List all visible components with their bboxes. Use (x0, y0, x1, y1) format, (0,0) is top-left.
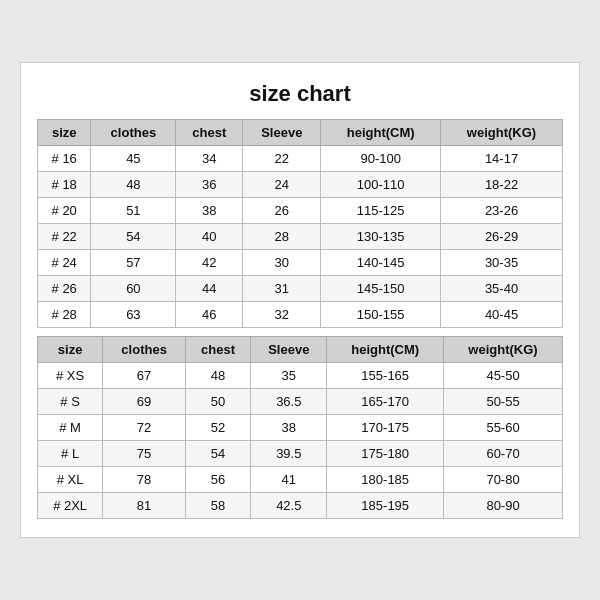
table-cell: 24 (243, 172, 321, 198)
table-cell: 140-145 (321, 250, 441, 276)
table-cell: 42 (176, 250, 243, 276)
table-cell: # 26 (38, 276, 91, 302)
table-row: # S695036.5165-17050-55 (38, 389, 563, 415)
table-cell: 34 (176, 146, 243, 172)
table1-header: sizeclotheschestSleeveheight(CM)weight(K… (38, 120, 563, 146)
table-cell: 115-125 (321, 198, 441, 224)
col-header: height(CM) (327, 337, 444, 363)
col-header: height(CM) (321, 120, 441, 146)
table-cell: 46 (176, 302, 243, 328)
table-cell: 57 (91, 250, 176, 276)
table-cell: 42.5 (251, 493, 327, 519)
table-cell: 67 (103, 363, 186, 389)
col-header: chest (176, 120, 243, 146)
table2-header: sizeclotheschestSleeveheight(CM)weight(K… (38, 337, 563, 363)
table-cell: 38 (251, 415, 327, 441)
table-cell: # 20 (38, 198, 91, 224)
table-cell: 31 (243, 276, 321, 302)
table-cell: # XS (38, 363, 103, 389)
table-cell: 44 (176, 276, 243, 302)
col-header: Sleeve (251, 337, 327, 363)
size-table-1: sizeclotheschestSleeveheight(CM)weight(K… (37, 119, 563, 328)
table-cell: # XL (38, 467, 103, 493)
table-row: # 22544028130-13526-29 (38, 224, 563, 250)
table-row: # 28634632150-15540-45 (38, 302, 563, 328)
table-cell: 56 (185, 467, 250, 493)
table-cell: 35-40 (441, 276, 563, 302)
gap-table: sizeclotheschestSleeveheight(CM)weight(K… (37, 336, 563, 519)
col-header: size (38, 337, 103, 363)
chart-title: size chart (37, 81, 563, 107)
table1-header-row: sizeclotheschestSleeveheight(CM)weight(K… (38, 120, 563, 146)
col-header: size (38, 120, 91, 146)
table-cell: 45 (91, 146, 176, 172)
table-cell: # 18 (38, 172, 91, 198)
col-header: clothes (103, 337, 186, 363)
table-cell: # L (38, 441, 103, 467)
table-cell: 18-22 (441, 172, 563, 198)
table-cell: 48 (185, 363, 250, 389)
table-cell: 35 (251, 363, 327, 389)
table-cell: 39.5 (251, 441, 327, 467)
table-cell: 130-135 (321, 224, 441, 250)
table-cell: # 24 (38, 250, 91, 276)
table-cell: 80-90 (444, 493, 563, 519)
table-cell: 55-60 (444, 415, 563, 441)
table-cell: 155-165 (327, 363, 444, 389)
table-cell: 70-80 (444, 467, 563, 493)
table-cell: 52 (185, 415, 250, 441)
table-cell: 180-185 (327, 467, 444, 493)
table-cell: 26 (243, 198, 321, 224)
table-cell: 40-45 (441, 302, 563, 328)
col-header: chest (185, 337, 250, 363)
table-cell: 36 (176, 172, 243, 198)
table-cell: 90-100 (321, 146, 441, 172)
table-cell: 54 (185, 441, 250, 467)
table2-header-row: sizeclotheschestSleeveheight(CM)weight(K… (38, 337, 563, 363)
table-cell: 81 (103, 493, 186, 519)
table-cell: 60-70 (444, 441, 563, 467)
size-chart-card: size chart sizeclotheschestSleeveheight(… (20, 62, 580, 538)
table-row: # 26604431145-15035-40 (38, 276, 563, 302)
table-row: # 20513826115-12523-26 (38, 198, 563, 224)
table-row: # 2XL815842.5185-19580-90 (38, 493, 563, 519)
col-header: weight(KG) (444, 337, 563, 363)
table-cell: 60 (91, 276, 176, 302)
table-row: # 24574230140-14530-35 (38, 250, 563, 276)
table-row: # XL785641180-18570-80 (38, 467, 563, 493)
table-cell: 30 (243, 250, 321, 276)
table-cell: 165-170 (327, 389, 444, 415)
table-cell: 69 (103, 389, 186, 415)
table-cell: 75 (103, 441, 186, 467)
table-cell: 23-26 (441, 198, 563, 224)
table-cell: 30-35 (441, 250, 563, 276)
table-row: # 1645342290-10014-17 (38, 146, 563, 172)
table-cell: 175-180 (327, 441, 444, 467)
table-cell: 28 (243, 224, 321, 250)
table-cell: 40 (176, 224, 243, 250)
col-header: Sleeve (243, 120, 321, 146)
table-cell: 26-29 (441, 224, 563, 250)
table1-body: # 1645342290-10014-17# 18483624100-11018… (38, 146, 563, 328)
table-cell: # 28 (38, 302, 91, 328)
table-cell: 150-155 (321, 302, 441, 328)
table-cell: 50-55 (444, 389, 563, 415)
table-cell: 45-50 (444, 363, 563, 389)
table-cell: 54 (91, 224, 176, 250)
table-cell: 14-17 (441, 146, 563, 172)
table-row: # L755439.5175-18060-70 (38, 441, 563, 467)
col-header: weight(KG) (441, 120, 563, 146)
table-cell: 22 (243, 146, 321, 172)
table-cell: 36.5 (251, 389, 327, 415)
table-cell: 32 (243, 302, 321, 328)
table-cell: 51 (91, 198, 176, 224)
table-cell: 50 (185, 389, 250, 415)
table-cell: 170-175 (327, 415, 444, 441)
table-cell: # M (38, 415, 103, 441)
col-header: clothes (91, 120, 176, 146)
table-cell: 38 (176, 198, 243, 224)
table-cell: 41 (251, 467, 327, 493)
table-cell: 48 (91, 172, 176, 198)
table-cell: # S (38, 389, 103, 415)
table-cell: 100-110 (321, 172, 441, 198)
